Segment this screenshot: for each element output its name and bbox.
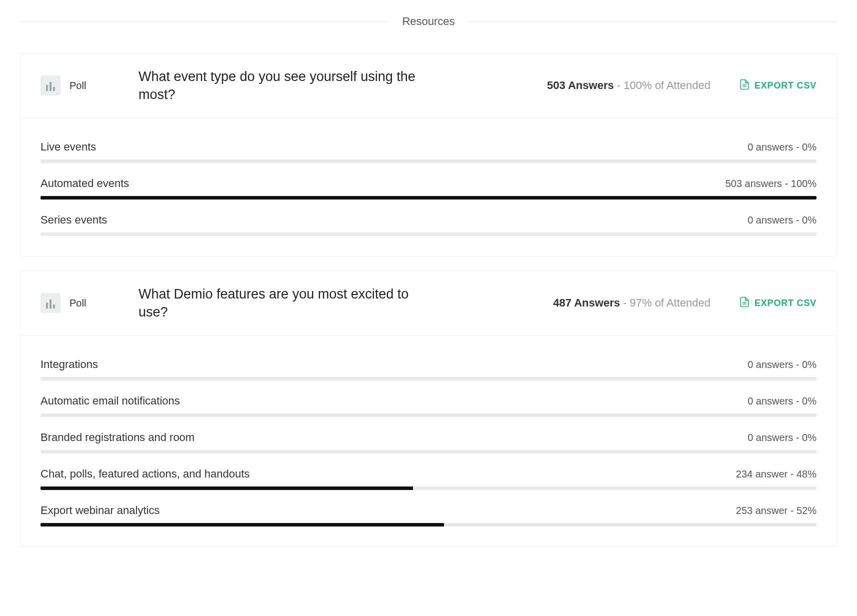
- poll-option-label: Chat, polls, featured actions, and hando…: [40, 468, 250, 480]
- poll-option-top: Automated events503 answers - 100%: [40, 177, 816, 190]
- poll-type-label: Poll: [70, 298, 130, 309]
- file-icon: [740, 296, 750, 310]
- poll-option-stats: 0 answers - 0%: [748, 359, 816, 370]
- poll-option-row: Series events0 answers - 0%: [40, 214, 816, 236]
- poll-answers-count: 503 Answers: [547, 79, 614, 92]
- poll-option-stats: 0 answers - 0%: [748, 214, 816, 226]
- poll-option-stats: 0 answers - 0%: [748, 142, 816, 153]
- poll-option-top: Integrations0 answers - 0%: [40, 358, 816, 371]
- poll-body: Integrations0 answers - 0%Automatic emai…: [20, 336, 836, 546]
- poll-option-stats: 503 answers - 100%: [726, 178, 816, 190]
- poll-option-stats: 253 answer - 52%: [736, 505, 816, 516]
- poll-option-row: Export webinar analytics253 answer - 52%: [40, 504, 816, 526]
- poll-option-bar-fill: [40, 196, 816, 200]
- poll-question: What Demio features are you most excited…: [138, 285, 448, 322]
- poll-option-row: Integrations0 answers - 0%: [40, 358, 816, 380]
- poll-type-label: Poll: [70, 80, 130, 92]
- poll-option-bar-track: [40, 450, 816, 454]
- poll-option-top: Chat, polls, featured actions, and hando…: [40, 468, 816, 480]
- poll-option-label: Export webinar analytics: [40, 504, 160, 517]
- poll-option-label: Integrations: [40, 358, 98, 371]
- poll-option-top: Live events0 answers - 0%: [40, 140, 816, 154]
- poll-option-bar-fill: [40, 486, 413, 490]
- poll-summary-stats: 487 Answers - 97% of Attended: [553, 296, 710, 310]
- poll-option-top: Branded registrations and room0 answers …: [40, 431, 816, 444]
- poll-attended-pct: - 100% of Attended: [614, 79, 710, 92]
- poll-option-row: Branded registrations and room0 answers …: [40, 431, 816, 454]
- poll-option-bar-track: [40, 414, 816, 417]
- poll-option-row: Automated events503 answers - 100%: [40, 177, 816, 200]
- poll-option-top: Export webinar analytics253 answer - 52%: [40, 504, 816, 517]
- poll-option-label: Branded registrations and room: [40, 431, 194, 444]
- poll-option-top: Automatic email notifications0 answers -…: [40, 394, 816, 408]
- poll-option-label: Automated events: [40, 177, 129, 190]
- poll-option-row: Chat, polls, featured actions, and hando…: [40, 468, 816, 490]
- poll-option-bar-track: [40, 523, 816, 526]
- export-csv-button[interactable]: EXPORT CSV: [740, 79, 816, 92]
- poll-option-bar-track: [40, 486, 816, 490]
- poll-option-bar-track: [40, 160, 816, 163]
- bar-chart-icon: [40, 76, 60, 96]
- poll-card: PollWhat Demio features are you most exc…: [20, 270, 837, 547]
- section-label: Resources: [388, 15, 468, 28]
- poll-answers-count: 487 Answers: [553, 296, 620, 309]
- poll-option-label: Live events: [40, 140, 96, 154]
- divider-line-right: [469, 22, 837, 22]
- poll-body: Live events0 answers - 0%Automated event…: [20, 118, 836, 256]
- bar-chart-icon: [40, 293, 60, 313]
- poll-option-stats: 0 answers - 0%: [748, 432, 816, 444]
- poll-card: PollWhat event type do you see yourself …: [20, 53, 837, 256]
- poll-option-row: Automatic email notifications0 answers -…: [40, 394, 816, 417]
- file-icon: [740, 79, 750, 92]
- poll-option-stats: 234 answer - 48%: [736, 468, 816, 480]
- export-csv-label: EXPORT CSV: [754, 298, 816, 308]
- poll-attended-pct: - 97% of Attended: [620, 296, 710, 309]
- poll-option-bar-track: [40, 232, 816, 236]
- poll-option-top: Series events0 answers - 0%: [40, 214, 816, 226]
- poll-option-bar-track: [40, 196, 816, 200]
- poll-summary-stats: 503 Answers - 100% of Attended: [547, 79, 710, 92]
- poll-option-label: Automatic email notifications: [40, 394, 180, 408]
- poll-header: PollWhat Demio features are you most exc…: [20, 271, 836, 336]
- section-divider: Resources: [20, 15, 837, 28]
- export-csv-label: EXPORT CSV: [754, 80, 816, 91]
- poll-option-row: Live events0 answers - 0%: [40, 140, 816, 163]
- poll-option-bar-track: [40, 377, 816, 380]
- poll-header: PollWhat event type do you see yourself …: [20, 54, 836, 118]
- poll-option-stats: 0 answers - 0%: [748, 396, 816, 407]
- poll-question: What event type do you see yourself usin…: [138, 68, 448, 104]
- poll-option-bar-fill: [40, 523, 444, 526]
- export-csv-button[interactable]: EXPORT CSV: [740, 296, 816, 310]
- poll-option-label: Series events: [40, 214, 107, 226]
- divider-line-left: [20, 22, 388, 22]
